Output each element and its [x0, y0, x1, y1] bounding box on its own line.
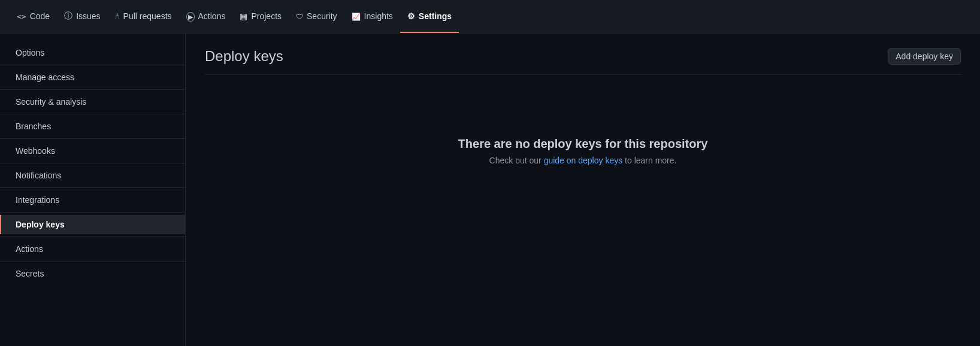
- empty-state-desc-after: to learn more.: [625, 156, 676, 165]
- nav-item-security[interactable]: Security: [289, 0, 344, 33]
- sidebar-divider-2: [0, 89, 185, 90]
- sidebar: Options Manage access Security & analysi…: [0, 34, 186, 346]
- sidebar-item-notifications[interactable]: Notifications: [0, 166, 185, 185]
- sidebar-divider-7: [0, 212, 185, 213]
- sidebar-divider-8: [0, 236, 185, 237]
- pr-icon: [115, 11, 120, 21]
- nav-label-projects: Projects: [251, 11, 282, 21]
- content-header: Deploy keys Add deploy key: [205, 48, 961, 75]
- sidebar-item-manage-access[interactable]: Manage access: [0, 68, 185, 87]
- nav-item-code[interactable]: Code: [10, 0, 57, 33]
- sidebar-item-integrations[interactable]: Integrations: [0, 190, 185, 210]
- insights-icon: [352, 11, 361, 21]
- sidebar-divider-9: [0, 261, 185, 262]
- nav-item-issues[interactable]: Issues: [57, 0, 107, 33]
- sidebar-item-options[interactable]: Options: [0, 43, 185, 62]
- projects-icon: [240, 11, 247, 21]
- issues-icon: [64, 11, 72, 22]
- nav-label-settings: Settings: [419, 11, 452, 21]
- sidebar-divider-1: [0, 65, 185, 65]
- empty-state-title: There are no deploy keys for this reposi…: [458, 137, 708, 151]
- sidebar-item-security-analysis[interactable]: Security & analysis: [0, 92, 185, 111]
- nav-item-settings[interactable]: Settings: [400, 0, 459, 33]
- nav-label-actions: Actions: [198, 11, 226, 21]
- sidebar-item-deploy-keys[interactable]: Deploy keys: [0, 215, 185, 234]
- nav-label-pull-requests: Pull requests: [123, 11, 172, 21]
- empty-state: There are no deploy keys for this reposi…: [205, 89, 961, 213]
- top-nav: Code Issues Pull requests Actions Projec…: [0, 0, 980, 34]
- sidebar-item-actions[interactable]: Actions: [0, 239, 185, 259]
- security-icon: [296, 11, 303, 21]
- nav-item-pull-requests[interactable]: Pull requests: [108, 0, 179, 33]
- nav-item-actions[interactable]: Actions: [179, 0, 233, 33]
- sidebar-divider-5: [0, 163, 185, 163]
- actions-icon: [186, 11, 195, 21]
- main-layout: Options Manage access Security & analysi…: [0, 34, 980, 346]
- sidebar-item-secrets[interactable]: Secrets: [0, 264, 185, 283]
- code-icon: [17, 11, 26, 21]
- settings-icon: [407, 11, 415, 21]
- nav-label-security: Security: [307, 11, 337, 21]
- sidebar-item-webhooks[interactable]: Webhooks: [0, 141, 185, 160]
- sidebar-divider-6: [0, 187, 185, 188]
- nav-label-issues: Issues: [76, 11, 100, 21]
- nav-label-code: Code: [30, 11, 50, 21]
- main-content: Deploy keys Add deploy key There are no …: [186, 34, 980, 346]
- empty-state-desc-before: Check out our: [489, 156, 544, 165]
- nav-item-insights[interactable]: Insights: [344, 0, 400, 33]
- guide-on-deploy-keys-link[interactable]: guide on deploy keys: [544, 156, 623, 165]
- page-title: Deploy keys: [205, 48, 283, 65]
- sidebar-divider-3: [0, 114, 185, 114]
- nav-item-projects[interactable]: Projects: [232, 0, 289, 33]
- sidebar-item-branches[interactable]: Branches: [0, 117, 185, 136]
- empty-state-description: Check out our guide on deploy keys to le…: [489, 156, 677, 165]
- add-deploy-key-button[interactable]: Add deploy key: [888, 48, 961, 65]
- sidebar-divider-4: [0, 138, 185, 139]
- nav-label-insights: Insights: [364, 11, 393, 21]
